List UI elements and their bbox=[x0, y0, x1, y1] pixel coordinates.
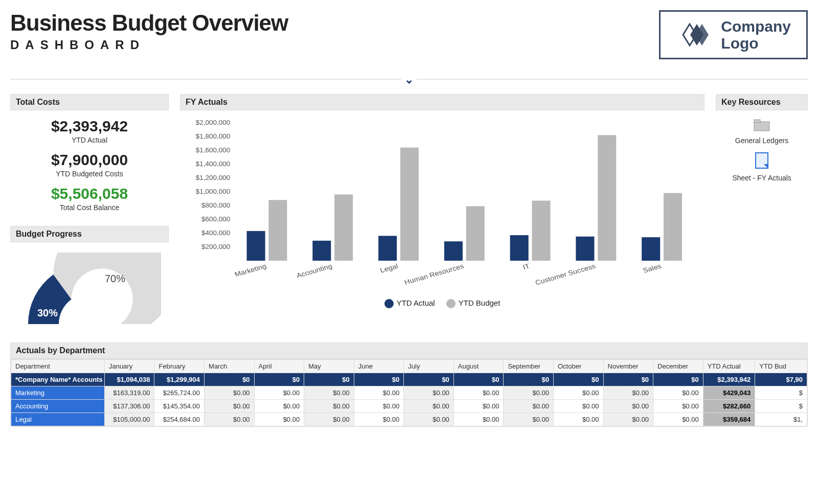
table-total-row: *Company Name* Accounts$1,094,038$1,299,… bbox=[11, 373, 807, 386]
svg-rect-31 bbox=[642, 237, 660, 261]
legend-budget: YTD Budget bbox=[446, 299, 501, 308]
folder-icon bbox=[716, 118, 808, 133]
gauge-remaining-label: 70% bbox=[105, 273, 125, 285]
table-header-cell[interactable]: February bbox=[154, 360, 204, 373]
svg-rect-19 bbox=[378, 236, 397, 261]
svg-rect-29 bbox=[598, 135, 616, 261]
section-divider: ⌄ bbox=[10, 79, 808, 80]
svg-text:Customer Success: Customer Success bbox=[534, 262, 597, 286]
logo-text: Company Logo bbox=[721, 18, 791, 52]
svg-rect-20 bbox=[400, 148, 419, 261]
ytd-actual-value: $2,393,942 bbox=[10, 118, 169, 135]
total-costs-panel: $2,393,942 YTD Actual $7,900,000 YTD Bud… bbox=[10, 118, 169, 212]
svg-rect-22 bbox=[444, 241, 463, 261]
title-block: Business Budget Overview DASHBOARD bbox=[10, 10, 288, 52]
chart-legend: YTD Actual YTD Budget bbox=[183, 299, 701, 308]
table-header-cell[interactable]: September bbox=[504, 360, 554, 373]
legend-dot-actual-icon bbox=[384, 299, 394, 308]
table-header-row: DepartmentJanuaryFebruaryMarchAprilMayJu… bbox=[11, 360, 807, 373]
table-header-cell[interactable]: August bbox=[453, 360, 504, 373]
budget-progress-gauge: 30% 70% bbox=[18, 253, 161, 329]
svg-rect-26 bbox=[532, 201, 550, 261]
svg-text:Legal: Legal bbox=[379, 262, 399, 274]
table-header-cell[interactable]: YTD Actual bbox=[703, 360, 755, 373]
balance-label: Total Cost Balance bbox=[10, 203, 169, 212]
table-row: Accounting$137,306.00$145,354.00$0.00$0.… bbox=[11, 400, 807, 413]
svg-text:$1,000,000: $1,000,000 bbox=[196, 188, 231, 195]
table-header-cell[interactable]: March bbox=[204, 360, 255, 373]
svg-text:$800,000: $800,000 bbox=[201, 202, 230, 209]
total-costs-title: Total Costs bbox=[10, 94, 169, 110]
svg-rect-16 bbox=[312, 241, 331, 261]
page-subtitle: DASHBOARD bbox=[10, 38, 288, 52]
svg-rect-28 bbox=[576, 237, 594, 261]
table-header-cell[interactable]: May bbox=[304, 360, 354, 373]
ytd-budget-value: $7,900,000 bbox=[10, 151, 169, 169]
ytd-budget-label: YTD Budgeted Costs bbox=[10, 170, 169, 178]
ytd-actual-label: YTD Actual bbox=[10, 136, 169, 144]
svg-rect-34 bbox=[754, 122, 769, 131]
svg-rect-17 bbox=[334, 194, 353, 261]
table-row: Legal$105,000.00$254,684.00$0.00$0.00$0.… bbox=[11, 413, 807, 426]
table-header-cell[interactable]: July bbox=[404, 360, 454, 373]
table-header-cell[interactable]: November bbox=[603, 360, 653, 373]
svg-text:Sales: Sales bbox=[642, 262, 663, 274]
actuals-by-dept-title: Actuals by Department bbox=[10, 342, 808, 359]
resource-link[interactable]: General Ledgers bbox=[716, 118, 808, 145]
svg-text:$400,000: $400,000 bbox=[201, 230, 230, 237]
key-resources-panel: General LedgersSheet - FY Actuals bbox=[716, 118, 808, 182]
svg-text:$1,600,000: $1,600,000 bbox=[196, 147, 231, 154]
svg-text:IT: IT bbox=[521, 262, 531, 271]
svg-rect-13 bbox=[247, 231, 265, 261]
key-resources-title: Key Resources bbox=[716, 94, 808, 110]
budget-progress-title: Budget Progress bbox=[10, 226, 169, 242]
legend-dot-budget-icon bbox=[446, 299, 456, 308]
sheet-icon bbox=[716, 152, 808, 171]
logo-icon bbox=[676, 21, 712, 49]
gauge-used-label: 30% bbox=[37, 307, 58, 319]
svg-text:$600,000: $600,000 bbox=[201, 216, 230, 223]
fy-actuals-chart: $200,000$400,000$600,000$800,000$1,000,0… bbox=[180, 110, 705, 308]
table-header-cell[interactable]: April bbox=[254, 360, 304, 373]
table-header-cell[interactable]: Department bbox=[11, 360, 105, 373]
svg-rect-32 bbox=[664, 193, 682, 261]
table-header-cell[interactable]: December bbox=[653, 360, 703, 373]
svg-text:$1,200,000: $1,200,000 bbox=[196, 174, 231, 181]
svg-rect-35 bbox=[754, 120, 760, 123]
svg-text:Accounting: Accounting bbox=[296, 262, 333, 279]
page-title: Business Budget Overview bbox=[10, 10, 288, 36]
svg-rect-25 bbox=[510, 235, 529, 261]
table-header-cell[interactable]: June bbox=[354, 360, 404, 373]
company-logo: Company Logo bbox=[659, 10, 808, 59]
svg-rect-23 bbox=[466, 206, 485, 261]
balance-value: $5,506,058 bbox=[10, 185, 169, 202]
legend-actual: YTD Actual bbox=[384, 299, 435, 308]
table-header-cell[interactable]: January bbox=[104, 360, 154, 373]
table-header-cell[interactable]: October bbox=[553, 360, 603, 373]
svg-text:$1,800,000: $1,800,000 bbox=[196, 133, 231, 140]
table-row: Marketing$163,319.00$265,724.00$0.00$0.0… bbox=[11, 386, 807, 400]
svg-text:$200,000: $200,000 bbox=[201, 243, 230, 250]
svg-text:$1,400,000: $1,400,000 bbox=[196, 161, 231, 168]
svg-text:$2,000,000: $2,000,000 bbox=[196, 119, 231, 126]
chevron-down-icon[interactable]: ⌄ bbox=[401, 73, 417, 86]
actuals-table[interactable]: DepartmentJanuaryFebruaryMarchAprilMayJu… bbox=[10, 359, 808, 427]
table-header-cell[interactable]: YTD Bud bbox=[755, 360, 807, 373]
header: Business Budget Overview DASHBOARD Compa… bbox=[10, 5, 808, 70]
svg-text:Marketing: Marketing bbox=[234, 262, 267, 278]
svg-text:Human Resources: Human Resources bbox=[403, 262, 465, 286]
svg-rect-14 bbox=[268, 200, 287, 261]
fy-actuals-title: FY Actuals bbox=[180, 94, 705, 110]
resource-link[interactable]: Sheet - FY Actuals bbox=[716, 152, 808, 182]
